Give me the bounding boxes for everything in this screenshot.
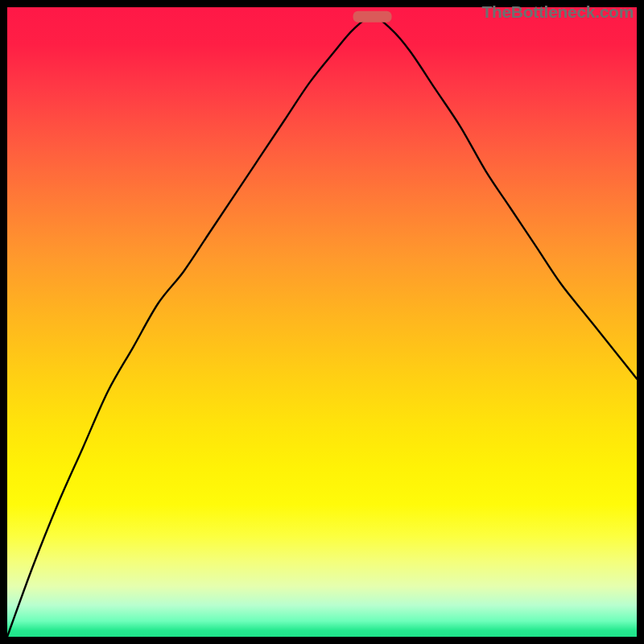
bottleneck-curve <box>7 17 637 637</box>
minimum-marker <box>353 11 392 23</box>
chart-frame: TheBottleneck.com <box>7 7 637 637</box>
chart-svg <box>7 7 637 637</box>
watermark-label: TheBottleneck.com <box>481 2 634 22</box>
